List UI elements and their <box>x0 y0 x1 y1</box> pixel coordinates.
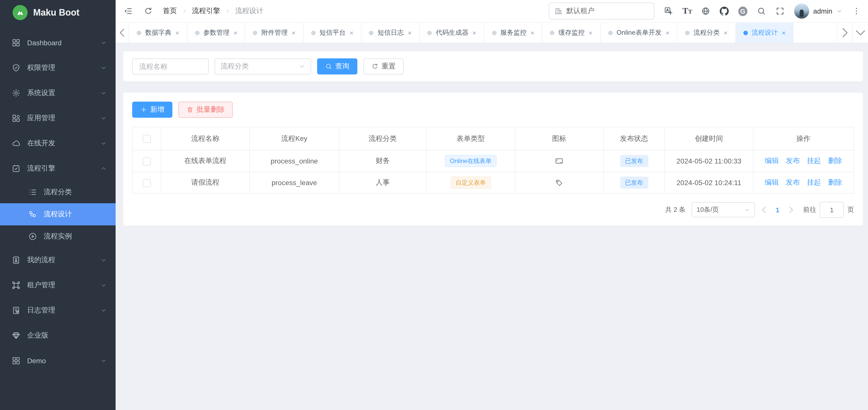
action-link-删除[interactable]: 删除 <box>828 178 842 186</box>
close-icon[interactable]: × <box>350 29 353 36</box>
tab-流程分类[interactable]: 流程分类× <box>677 23 735 43</box>
sidebar-item-label: 流程设计 <box>44 210 72 219</box>
sidebar-item-在线开发[interactable]: 在线开发 <box>0 131 116 156</box>
translate-icon[interactable] <box>664 6 673 16</box>
collapse-sidebar-icon[interactable] <box>124 6 133 16</box>
prev-page-icon[interactable] <box>759 203 769 217</box>
tab-label: 附件管理 <box>261 28 287 37</box>
sidebar-item-label: 企业版 <box>27 331 48 340</box>
action-link-挂起[interactable]: 挂起 <box>807 178 821 186</box>
user-menu[interactable]: admin <box>794 3 842 19</box>
sidebar-item-流程分类[interactable]: 流程分类 <box>0 181 116 203</box>
breadcrumb-item[interactable]: 首页 <box>163 6 177 16</box>
tenant-select[interactable]: 默认租户 <box>549 2 654 20</box>
close-icon[interactable]: × <box>176 29 179 36</box>
close-icon[interactable]: × <box>408 29 412 36</box>
row-checkbox[interactable] <box>143 179 151 187</box>
breadcrumb-item[interactable]: 流程设计 <box>235 6 264 16</box>
close-icon[interactable]: × <box>782 29 785 36</box>
close-icon[interactable]: × <box>234 29 237 36</box>
batch-delete-button[interactable]: 批量删除 <box>179 101 233 118</box>
tab-短信平台[interactable]: 短信平台× <box>303 23 361 43</box>
column-header: 发布状态 <box>603 127 665 150</box>
search-icon[interactable] <box>757 6 766 16</box>
tab-dot <box>195 30 199 35</box>
tab-dot <box>492 30 496 35</box>
action-link-发布[interactable]: 发布 <box>786 178 800 186</box>
sidebar-item-系统设置[interactable]: 系统设置 <box>0 81 116 106</box>
sidebar-item-流程引擎[interactable]: 流程引擎 <box>0 156 116 181</box>
page-size-select[interactable]: 10条/页 <box>691 202 755 217</box>
tab-缓存监控[interactable]: 缓存监控× <box>542 23 600 43</box>
tab-label: 数据字典 <box>145 28 172 37</box>
sidebar-item-流程实例[interactable]: 流程实例 <box>0 225 116 247</box>
tab-短信日志[interactable]: 短信日志× <box>361 23 419 43</box>
sidebar-item-权限管理[interactable]: 权限管理 <box>0 55 116 81</box>
tab-数据字典[interactable]: 数据字典× <box>129 23 187 43</box>
gitee-icon[interactable]: G <box>738 6 747 16</box>
tab-Online表单开发[interactable]: Online表单开发× <box>600 23 677 43</box>
tab-dot <box>608 30 613 35</box>
action-link-发布[interactable]: 发布 <box>786 156 800 165</box>
font-size-icon[interactable]: TT <box>683 6 691 16</box>
pagination-total: 共 2 条 <box>665 205 686 214</box>
search-button[interactable]: 查询 <box>317 58 358 75</box>
cell-status: 已发布 <box>603 172 665 194</box>
process-name-field[interactable] <box>132 58 209 75</box>
globe-icon[interactable] <box>701 6 710 16</box>
cell-actions: 编辑发布挂起删除 <box>753 150 854 172</box>
action-link-编辑[interactable]: 编辑 <box>765 178 779 186</box>
sidebar-item-我的流程[interactable]: 我的流程 <box>0 247 116 273</box>
sidebar-item-Dashboard[interactable]: Dashboard <box>0 30 116 55</box>
action-link-编辑[interactable]: 编辑 <box>765 156 779 165</box>
refresh-icon[interactable] <box>144 6 153 16</box>
close-icon[interactable]: × <box>530 29 534 36</box>
sidebar-item-日志管理[interactable]: 日志管理 <box>0 298 116 323</box>
tabs-scroll-right-icon[interactable] <box>837 23 852 43</box>
close-icon[interactable]: × <box>472 29 476 36</box>
action-link-挂起[interactable]: 挂起 <box>807 156 821 165</box>
fullscreen-icon[interactable] <box>776 6 784 16</box>
tab-流程设计[interactable]: 流程设计× <box>735 23 794 43</box>
plus-icon <box>140 106 147 113</box>
close-icon[interactable]: × <box>291 29 295 36</box>
app-window: Maku Boot Dashboard权限管理系统设置应用管理在线开发流程引擎流… <box>0 0 868 410</box>
github-icon[interactable] <box>720 6 729 16</box>
goto-page-input[interactable] <box>820 202 844 218</box>
sidebar-item-Demo[interactable]: Demo <box>0 348 116 373</box>
tab-服务监控[interactable]: 服务监控× <box>484 23 542 43</box>
select-all-checkbox[interactable] <box>143 135 151 143</box>
tab-参数管理[interactable]: 参数管理× <box>187 23 245 43</box>
tab-附件管理[interactable]: 附件管理× <box>245 23 303 43</box>
kebab-menu-icon[interactable] <box>852 6 861 16</box>
sidebar-item-label: 流程实例 <box>44 232 72 241</box>
shield-check-icon <box>11 63 21 72</box>
tab-label: Online表单开发 <box>617 28 662 37</box>
sidebar-item-应用管理[interactable]: 应用管理 <box>0 106 116 131</box>
action-link-删除[interactable]: 删除 <box>828 156 842 165</box>
sidebar-item-企业版[interactable]: 企业版 <box>0 323 116 348</box>
breadcrumb-item[interactable]: 流程引擎 <box>192 6 220 16</box>
close-icon[interactable]: × <box>724 29 727 36</box>
tabs-scroll-left-icon[interactable] <box>116 23 129 43</box>
tab-dot <box>253 30 257 35</box>
column-header: 流程名称 <box>161 127 250 150</box>
diamond-icon <box>11 331 21 340</box>
sidebar-item-租户管理[interactable]: 租户管理 <box>0 273 116 298</box>
tab-dot <box>311 30 316 35</box>
process-name-input[interactable] <box>138 62 203 71</box>
add-button[interactable]: 新增 <box>132 101 173 118</box>
app-logo[interactable]: Maku Boot <box>0 0 116 25</box>
sidebar-item-流程设计[interactable]: 流程设计 <box>0 203 116 225</box>
process-category-select[interactable]: 流程分类 <box>215 58 311 75</box>
page-number[interactable]: 1 <box>773 206 782 213</box>
tabs-dropdown-icon[interactable] <box>852 23 868 43</box>
search-card: 流程分类 查询 重置 <box>123 51 863 82</box>
next-page-icon[interactable] <box>786 203 796 217</box>
tab-代码生成器[interactable]: 代码生成器× <box>419 23 484 43</box>
form-type-badge: 自定义表单 <box>451 177 491 189</box>
close-icon[interactable]: × <box>589 29 592 36</box>
reset-button[interactable]: 重置 <box>363 58 404 75</box>
close-icon[interactable]: × <box>666 29 670 36</box>
row-checkbox[interactable] <box>143 157 151 165</box>
